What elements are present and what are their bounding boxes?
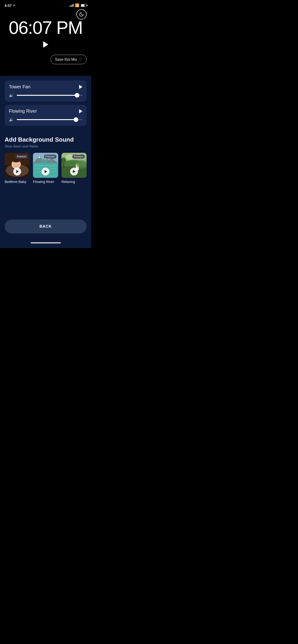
- bedtime-baby-thumbnail[interactable]: Premium: [5, 153, 30, 178]
- relaxing-play-button[interactable]: [70, 168, 78, 176]
- svg-rect-13: [35, 165, 56, 166]
- status-bar: 6:07 ↗ 📶: [0, 0, 91, 9]
- volume-icon-tower-fan: 🔉: [9, 93, 14, 98]
- bedtime-baby-play-button[interactable]: [13, 168, 21, 176]
- battery-icon: [81, 4, 87, 7]
- svg-point-4: [14, 164, 15, 165]
- flowing-river-thumbnail[interactable]: Premium: [33, 153, 58, 178]
- wifi-icon: 📶: [75, 3, 79, 8]
- flowing-river-play-button[interactable]: [42, 168, 50, 176]
- top-section: 06:07 PM Save this Mix ♡: [0, 9, 91, 76]
- flowing-river-premium-badge: Premium: [44, 154, 56, 158]
- flowing-river-slider-track[interactable]: [17, 119, 82, 120]
- home-bar: [31, 242, 61, 244]
- location-icon: ↗: [13, 4, 15, 7]
- signal-icon: [69, 4, 74, 7]
- back-button[interactable]: BACK: [5, 220, 87, 234]
- sound-thumb-flowing-river: Premium Flowing River: [33, 153, 58, 184]
- sound-name-flowing-river: Flowing River: [9, 108, 37, 114]
- save-mix-container: Save this Mix ♡: [5, 55, 87, 64]
- heart-icon: ♡: [79, 57, 82, 62]
- play-flowing-river-button[interactable]: [79, 109, 82, 113]
- bedtime-baby-play-icon: [16, 170, 19, 173]
- svg-point-5: [17, 164, 18, 165]
- status-time-location: 6:07 ↗: [5, 4, 15, 8]
- relaxing-label: Relaxing: [62, 180, 87, 184]
- sound-name-tower-fan: Tower Fan: [9, 84, 31, 90]
- flowing-river-card-header: Flowing River: [9, 108, 82, 114]
- bedtime-baby-label: Bedtime Baby: [5, 180, 30, 184]
- relaxing-play-icon: [73, 170, 75, 173]
- flowing-river-slider-thumb[interactable]: [74, 117, 78, 122]
- play-tower-fan-button[interactable]: [79, 85, 82, 89]
- battery-fill: [81, 4, 85, 6]
- svg-point-6: [12, 158, 21, 162]
- back-button-container: BACK: [0, 215, 91, 240]
- status-time: 6:07: [5, 4, 12, 8]
- main-content: Tower Fan 🔉 Flowing River 🔉: [0, 76, 91, 215]
- tower-fan-slider-row: 🔉: [9, 93, 82, 98]
- add-background-subtitle: Slow down and Relax: [5, 144, 87, 148]
- moon-icon: [79, 12, 84, 17]
- relaxing-thumbnail[interactable]: Premium: [62, 153, 87, 178]
- flowing-river-play-icon: [45, 170, 47, 173]
- moon-button[interactable]: [76, 9, 87, 20]
- tower-fan-slider-thumb[interactable]: [75, 93, 79, 98]
- flowing-river-slider-fill: [17, 119, 76, 120]
- flowing-river-label: Flowing River: [33, 180, 58, 184]
- sound-card-tower-fan: Tower Fan 🔉: [5, 80, 87, 102]
- flowing-river-slider-row: 🔉: [9, 117, 82, 122]
- play-button-container: [5, 41, 87, 48]
- clock-display: 06:07 PM: [5, 18, 87, 37]
- volume-icon-flowing-river: 🔉: [9, 117, 14, 122]
- status-icons: 📶: [69, 3, 87, 8]
- save-mix-label: Save this Mix: [55, 58, 77, 62]
- sound-thumb-relaxing: Premium Relaxing: [62, 153, 87, 184]
- add-background-section: Add Background Sound Slow down and Relax: [5, 129, 87, 188]
- bedtime-baby-premium-badge: Premium: [15, 154, 28, 158]
- relaxing-premium-badge: Premium: [72, 154, 85, 158]
- sounds-row: Premium Bedtime Baby: [5, 153, 87, 184]
- tower-fan-slider-fill: [17, 95, 77, 96]
- add-background-title: Add Background Sound: [5, 136, 87, 143]
- tower-fan-slider-track[interactable]: [17, 95, 82, 96]
- play-button[interactable]: [43, 41, 48, 48]
- home-indicator: [0, 240, 91, 248]
- save-mix-button[interactable]: Save this Mix ♡: [51, 55, 87, 64]
- sound-card-header: Tower Fan: [9, 84, 82, 90]
- sound-thumb-bedtime-baby: Premium Bedtime Baby: [5, 153, 30, 184]
- sound-card-flowing-river: Flowing River 🔉: [5, 105, 87, 126]
